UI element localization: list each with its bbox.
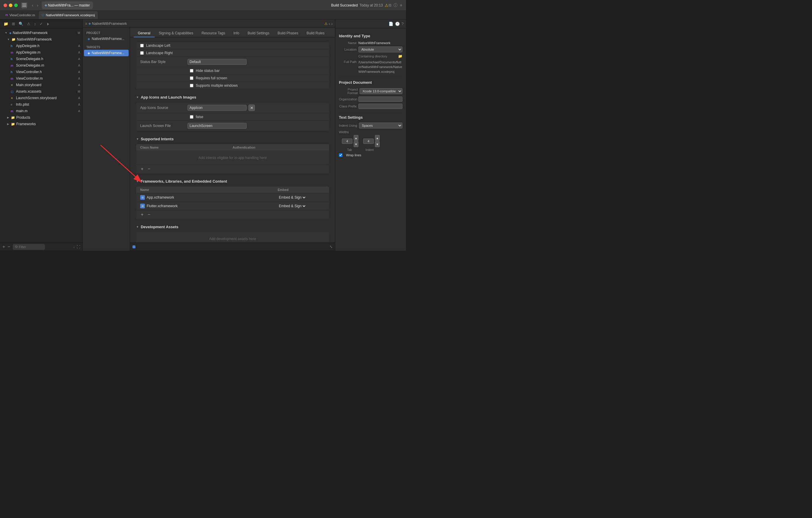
dev-assets-header[interactable]: ▼ Development Assets: [136, 225, 329, 229]
tab-resource-tags[interactable]: Resource Tags: [197, 30, 229, 37]
sidebar-git-btn[interactable]: ↕: [33, 21, 37, 27]
split-view-button[interactable]: ⧉: [388, 3, 391, 8]
filter-input[interactable]: [19, 245, 42, 249]
close-button[interactable]: [4, 4, 7, 7]
sidebar-item-frameworks[interactable]: ▶ 📁 Frameworks: [0, 121, 83, 127]
app-icons-source-select[interactable]: AppIcon: [187, 105, 246, 111]
tab-build-rules[interactable]: Build Rules: [302, 30, 329, 37]
tab-general[interactable]: General: [134, 30, 155, 37]
wrap-lines-checkbox[interactable]: [339, 153, 342, 157]
sidebar-debug-btn[interactable]: ⏵: [45, 21, 52, 27]
inspector-button[interactable]: ⓘ: [394, 3, 398, 8]
tab-xcodeproj[interactable]: ⬡ NativeWithFramework.xcodeproj: [39, 11, 98, 19]
breadcrumb-left-btn[interactable]: ‹: [329, 21, 330, 26]
inspector-name-label: Name: [339, 41, 357, 45]
sidebar-item-appdelegate-m[interactable]: m AppDelegate.m A: [0, 49, 83, 56]
indent-width-up-btn[interactable]: ▲: [375, 135, 380, 141]
nav-forward-button[interactable]: ›: [36, 2, 40, 8]
intents-remove-btn[interactable]: −: [146, 167, 151, 171]
sidebar-item-root[interactable]: ▼ ◈ NativeWithFramework M: [0, 30, 83, 36]
sidebar-source-btn[interactable]: ⊞: [11, 21, 16, 27]
inspector-help-btn[interactable]: ?: [402, 22, 404, 26]
supports-multiple-windows-row: Supports multiple windows: [136, 82, 329, 89]
sidebar-item-infoplist[interactable]: ≡ Info.plist A: [0, 101, 83, 108]
app-icons-header[interactable]: ▼ App Icons and Launch Images: [136, 95, 329, 100]
tab-build-phases[interactable]: Build Phases: [273, 30, 302, 37]
target-item-main[interactable]: ◈ NativeWithFramew...: [84, 50, 128, 56]
project-item-main[interactable]: ◈ NativeWithFramew...: [84, 35, 128, 42]
tab-width-input[interactable]: [342, 139, 352, 144]
target-item-icon: ◈: [88, 51, 90, 55]
frameworks-add-btn[interactable]: +: [140, 212, 145, 217]
tab-viewcontroller[interactable]: m ViewController.m: [2, 11, 38, 19]
hide-status-bar-row: Hide status bar: [136, 67, 329, 75]
indent-width-down-btn[interactable]: ▼: [375, 141, 380, 147]
landscape-right-checkbox[interactable]: [140, 51, 144, 55]
inspector-organization-input[interactable]: [358, 97, 402, 102]
sidebar-search-btn[interactable]: 🔍: [18, 21, 25, 27]
sidebar-item-scenedelegate-m[interactable]: m SceneDelegate.m A: [0, 62, 83, 69]
tab-build-settings[interactable]: Build Settings: [243, 30, 273, 37]
frameworks-header[interactable]: ▼ Frameworks, Libraries, and Embedded Co…: [136, 179, 329, 184]
inspector-project-format-select[interactable]: Xcode 13.0-compatible: [359, 88, 402, 94]
minimize-button[interactable]: [9, 4, 12, 7]
panel-resize-btn[interactable]: ⤡: [329, 245, 333, 249]
sidebar-scenedelegate-h-label: SceneDelegate.h: [16, 57, 43, 61]
sidebar-item-main-storyboard[interactable]: ✕ Main.storyboard A: [0, 82, 83, 88]
intents-placeholder: Add intents eligible for in-app handling…: [136, 151, 329, 165]
hide-status-bar-checkbox[interactable]: [190, 69, 194, 73]
tab-info[interactable]: Info: [229, 30, 243, 37]
breadcrumb-sidebar-btn[interactable]: ≡: [85, 22, 87, 26]
frameworks-add-remove-bar: + −: [136, 210, 329, 219]
framework-flutter-embed-select[interactable]: Embed & Sign: [278, 203, 306, 209]
supported-intents-header[interactable]: ▼ Supported Intents: [136, 137, 329, 141]
tab-width-down-btn[interactable]: ▼: [354, 141, 358, 147]
sidebar-item-main-m[interactable]: m main.m A: [0, 108, 83, 114]
status-bar-style-select[interactable]: Default: [187, 59, 246, 65]
requires-fullscreen-checkbox[interactable]: [190, 76, 194, 80]
breadcrumb-bar: ≡ ◈ NativeWithFramework ⚠ ‹ ›: [83, 20, 335, 28]
inspector-file-btn[interactable]: 📄: [388, 22, 393, 26]
inspector-class-prefix-input[interactable]: [358, 104, 402, 109]
sidebar-item-viewcontroller-m[interactable]: m ViewController.m A: [0, 75, 83, 82]
sidebar-item-scenedelegate-h[interactable]: h SceneDelegate.h A: [0, 56, 83, 62]
inspector-history-btn[interactable]: 🕐: [395, 22, 400, 26]
sidebar-layout-btn[interactable]: ↓: [73, 245, 75, 249]
frameworks-remove-btn[interactable]: −: [146, 212, 151, 217]
include-all-icons-checkbox[interactable]: [190, 115, 194, 119]
supports-multiple-windows-checkbox[interactable]: [190, 84, 194, 87]
sidebar-item-launchscreen[interactable]: ✕ LaunchScreen.storyboard A: [0, 95, 83, 101]
frameworks-embed-header: Embed: [278, 188, 325, 192]
indent-width-input[interactable]: [363, 139, 374, 144]
framework-row-flutter[interactable]: ⊟ Flutter.xcframework Embed & Sign: [136, 202, 329, 210]
inspector-widths-row: Widths ▲ ▼ ▲: [339, 130, 402, 152]
sidebar-item-assets[interactable]: ◫ Assets.xcassets M: [0, 88, 83, 95]
sidebar-add-button[interactable]: +: [2, 244, 5, 249]
launch-screen-file-select[interactable]: LaunchScreen: [187, 123, 246, 129]
app-icons-clear-btn[interactable]: ✕: [249, 105, 255, 111]
sidebar-folder-btn[interactable]: 📁: [2, 21, 9, 27]
sidebar-expand-btn[interactable]: ⛶: [77, 245, 80, 249]
sidebar-remove-button[interactable]: −: [7, 244, 10, 249]
inspector-dir-browse-btn[interactable]: 📁: [398, 54, 402, 58]
framework-row-app[interactable]: ⊟ App.xcframework Embed & Sign: [136, 193, 329, 202]
inspector-location-select[interactable]: Absolute: [358, 47, 402, 52]
sidebar-item-folder-main[interactable]: ▼ 📁 NativeWithFramework: [0, 36, 83, 43]
sidebar-warning-btn[interactable]: ⚠: [26, 21, 32, 27]
sidebar-item-products[interactable]: ▶ 📁 Products: [0, 114, 83, 121]
sidebar-item-appdelegate-h[interactable]: h AppDelegate.h A: [0, 43, 83, 49]
add-tab-button[interactable]: +: [400, 3, 402, 8]
sidebar-toggle[interactable]: [21, 2, 27, 8]
tab-signing[interactable]: Signing & Capabilities: [155, 30, 198, 37]
landscape-left-checkbox[interactable]: [140, 44, 144, 47]
nav-back-button[interactable]: ‹: [31, 2, 35, 8]
inspector-indent-using-select[interactable]: Spaces: [359, 122, 402, 129]
tab-width-up-btn[interactable]: ▲: [354, 135, 358, 141]
framework-app-embed-select[interactable]: Embed & Sign: [278, 195, 306, 200]
sidebar-test-btn[interactable]: ✓: [38, 21, 44, 27]
intents-add-btn[interactable]: +: [140, 167, 145, 171]
sidebar-item-viewcontroller-h[interactable]: h ViewController.h A: [0, 69, 83, 75]
breadcrumb-right-btn[interactable]: ›: [331, 21, 333, 26]
badge-a6: A: [78, 77, 80, 80]
maximize-button[interactable]: [14, 4, 18, 7]
